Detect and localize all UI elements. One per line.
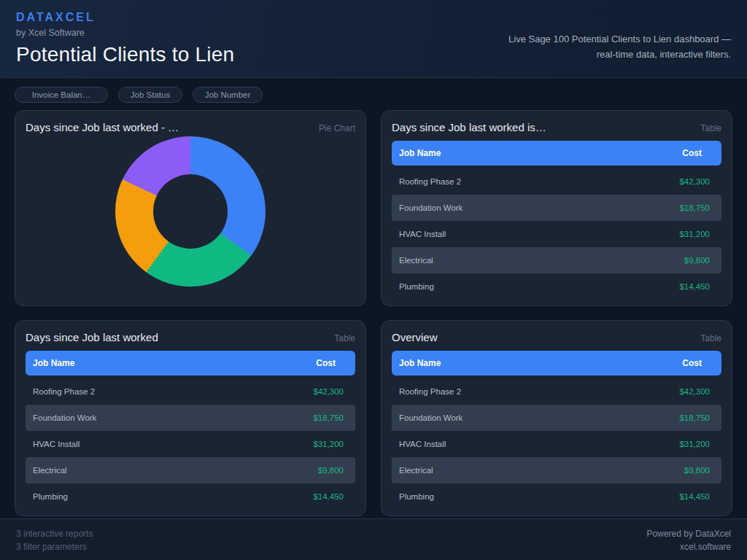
column-header-job-name[interactable]: Job Name bbox=[33, 358, 74, 368]
dashboard-grid: Days since Job last worked - … Pie Chart… bbox=[0, 106, 747, 516]
panel-header: Overview Table bbox=[392, 331, 721, 343]
footer: 3 interactive reports 3 filter parameter… bbox=[0, 518, 747, 560]
brand-byline: by Xcel Software bbox=[16, 28, 234, 38]
cost-cell: $18,750 bbox=[679, 413, 710, 422]
filter-pill-job-number[interactable]: Job Number bbox=[193, 87, 263, 103]
footer-stats: 3 interactive reports 3 filter parameter… bbox=[16, 527, 93, 553]
donut-chart[interactable] bbox=[115, 136, 266, 287]
job-name-cell: Roofing Phase 2 bbox=[399, 387, 461, 396]
table-row[interactable]: Electrical$9,800 bbox=[392, 457, 721, 483]
table-body: Roofing Phase 2$42,300Foundation Work$18… bbox=[26, 378, 355, 510]
cost-cell: $18,750 bbox=[679, 203, 710, 212]
panel-title: Overview bbox=[392, 331, 438, 343]
header: DATAXCEL by Xcel Software Potential Clie… bbox=[0, 0, 747, 78]
table-row[interactable]: Roofing Phase 2$42,300 bbox=[392, 168, 721, 195]
table-header-row: Job Name Cost bbox=[392, 141, 721, 166]
cost-cell: $14,450 bbox=[679, 282, 710, 291]
panel-table-days-is: Days since Job last worked is… Table Job… bbox=[381, 110, 732, 306]
cost-cell: $31,200 bbox=[679, 230, 710, 238]
column-header-job-name[interactable]: Job Name bbox=[399, 148, 441, 158]
panel-table-days: Days since Job last worked Table Job Nam… bbox=[15, 320, 366, 516]
panel-title: Days since Job last worked is… bbox=[392, 121, 546, 133]
footer-report-count: 3 interactive reports bbox=[16, 527, 93, 540]
cost-cell: $31,200 bbox=[679, 440, 710, 448]
tagline-line-1: Live Sage 100 Potential Clients to Lien … bbox=[508, 31, 731, 47]
panel-table-overview: Overview Table Job Name Cost Roofing Pha… bbox=[381, 320, 732, 516]
column-header-cost[interactable]: Cost bbox=[682, 148, 702, 158]
job-name-cell: Foundation Work bbox=[399, 203, 462, 212]
job-name-cell: Electrical bbox=[33, 466, 67, 475]
cost-cell: $14,450 bbox=[313, 492, 344, 501]
footer-filter-count: 3 filter parameters bbox=[16, 540, 93, 553]
job-name-cell: Roofing Phase 2 bbox=[33, 387, 95, 396]
filter-pill-invoice-balance[interactable]: Invoice Balan… bbox=[15, 87, 108, 103]
job-name-cell: Foundation Work bbox=[33, 413, 96, 422]
column-header-cost[interactable]: Cost bbox=[316, 358, 336, 368]
table-row[interactable]: Foundation Work$18,750 bbox=[26, 405, 355, 431]
panel-title: Days since Job last worked - … bbox=[26, 121, 179, 133]
table-body: Roofing Phase 2$42,300Foundation Work$18… bbox=[392, 168, 721, 300]
table-row[interactable]: Foundation Work$18,750 bbox=[392, 405, 721, 431]
cost-cell: $14,450 bbox=[679, 492, 710, 501]
panel-type-label: Pie Chart bbox=[319, 123, 355, 133]
column-header-job-name[interactable]: Job Name bbox=[399, 358, 441, 368]
page-title: Potential Clients to Lien bbox=[16, 43, 234, 66]
table-row[interactable]: Electrical$9,800 bbox=[392, 247, 721, 273]
table-row[interactable]: Plumbing$14,450 bbox=[26, 483, 355, 510]
panel-header: Days since Job last worked Table bbox=[26, 331, 355, 343]
table-row[interactable]: HVAC Install$31,200 bbox=[26, 431, 355, 457]
panel-type-label: Table bbox=[700, 333, 721, 343]
table-body: Roofing Phase 2$42,300Foundation Work$18… bbox=[392, 378, 721, 510]
pie-chart-area bbox=[26, 136, 355, 287]
table-header-row: Job Name Cost bbox=[26, 351, 355, 376]
filter-pill-job-status[interactable]: Job Status bbox=[118, 87, 182, 103]
cost-cell: $9,800 bbox=[318, 466, 344, 475]
job-name-cell: HVAC Install bbox=[399, 230, 446, 238]
table-row[interactable]: Roofing Phase 2$42,300 bbox=[392, 378, 721, 405]
cost-cell: $42,300 bbox=[679, 387, 710, 396]
table-row[interactable]: Foundation Work$18,750 bbox=[392, 195, 721, 221]
table-header-row: Job Name Cost bbox=[392, 351, 721, 376]
filter-bar: Invoice Balan… Job Status Job Number bbox=[0, 78, 747, 106]
footer-credits: Powered by DataXcel xcel.software bbox=[647, 527, 731, 553]
cost-cell: $31,200 bbox=[313, 440, 344, 448]
brand-logo: DATAXCEL bbox=[16, 11, 234, 24]
job-name-cell: Plumbing bbox=[33, 492, 68, 501]
panel-type-label: Table bbox=[700, 123, 721, 133]
panel-pie-chart: Days since Job last worked - … Pie Chart bbox=[15, 110, 366, 306]
footer-site: xcel.software bbox=[647, 540, 731, 553]
table-row[interactable]: Plumbing$14,450 bbox=[392, 273, 721, 300]
panel-title: Days since Job last worked bbox=[26, 331, 158, 343]
header-left: DATAXCEL by Xcel Software Potential Clie… bbox=[16, 11, 234, 66]
header-tagline: Live Sage 100 Potential Clients to Lien … bbox=[508, 31, 731, 66]
cost-cell: $9,800 bbox=[684, 466, 710, 475]
job-name-cell: Electrical bbox=[399, 256, 433, 265]
column-header-cost[interactable]: Cost bbox=[682, 358, 702, 368]
tagline-line-2: real-time data, interactive filters. bbox=[508, 47, 731, 62]
table-row[interactable]: Roofing Phase 2$42,300 bbox=[26, 378, 355, 405]
cost-cell: $42,300 bbox=[679, 177, 710, 186]
panel-header: Days since Job last worked is… Table bbox=[392, 121, 721, 133]
panel-type-label: Table bbox=[334, 333, 355, 343]
job-name-cell: Roofing Phase 2 bbox=[399, 177, 461, 186]
table-row[interactable]: HVAC Install$31,200 bbox=[392, 431, 721, 457]
job-name-cell: Plumbing bbox=[399, 492, 434, 501]
table-row[interactable]: Electrical$9,800 bbox=[26, 457, 355, 483]
donut-hole bbox=[153, 174, 228, 249]
table-row[interactable]: HVAC Install$31,200 bbox=[392, 221, 721, 247]
cost-cell: $18,750 bbox=[313, 413, 344, 422]
job-name-cell: Electrical bbox=[399, 466, 433, 475]
job-name-cell: HVAC Install bbox=[399, 440, 446, 448]
job-name-cell: Foundation Work bbox=[399, 413, 462, 422]
table-row[interactable]: Plumbing$14,450 bbox=[392, 483, 721, 510]
footer-powered-by: Powered by DataXcel bbox=[647, 527, 731, 540]
cost-cell: $9,800 bbox=[684, 256, 710, 265]
cost-cell: $42,300 bbox=[313, 387, 344, 396]
job-name-cell: HVAC Install bbox=[33, 440, 80, 448]
job-name-cell: Plumbing bbox=[399, 282, 434, 291]
panel-header: Days since Job last worked - … Pie Chart bbox=[26, 121, 355, 133]
